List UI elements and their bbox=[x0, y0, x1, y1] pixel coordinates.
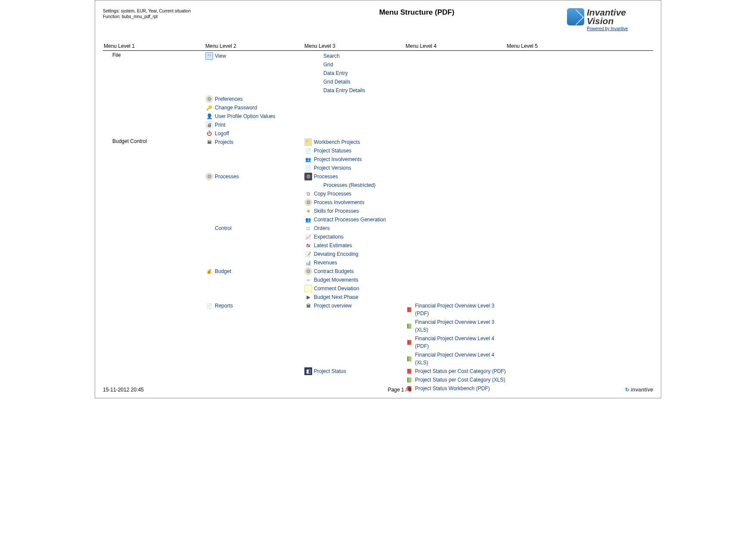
xls-icon bbox=[406, 355, 413, 363]
scale-icon bbox=[304, 224, 312, 232]
menu-item[interactable]: Processes bbox=[205, 173, 304, 180]
menu-item[interactable]: Orders bbox=[304, 224, 406, 232]
copy-icon bbox=[304, 190, 312, 198]
menu-item[interactable]: Contract Processes Generation bbox=[304, 216, 406, 224]
menu-item[interactable]: Change Password bbox=[205, 104, 304, 112]
menu-label: View bbox=[215, 52, 226, 60]
menu-item[interactable]: Financial Project Overview Level 3 (PDF) bbox=[406, 302, 507, 317]
menu-label: Budget Next Phase bbox=[314, 293, 358, 301]
doc-icon bbox=[304, 147, 312, 155]
menu-item[interactable]: Project Status per Cost Category (PDF) bbox=[406, 367, 507, 375]
menu-item[interactable]: Project Involvements bbox=[304, 155, 406, 163]
menu-item[interactable]: Financial Project Overview Level 3 (XLS) bbox=[406, 318, 507, 334]
col-header-4: Menu Level 4 bbox=[406, 43, 507, 49]
menu-label: Budget Movements bbox=[314, 276, 358, 284]
menu-item[interactable]: Print bbox=[205, 121, 304, 129]
people-icon bbox=[304, 216, 312, 224]
menu-label: Grid bbox=[323, 61, 333, 68]
menu-label: Copy Processes bbox=[314, 190, 351, 198]
menu-item[interactable]: Processes (Restricted) bbox=[304, 181, 406, 189]
menu-label: Control bbox=[215, 224, 232, 232]
menu-item[interactable]: Projects bbox=[205, 138, 304, 146]
menu-label: Grid Details bbox=[323, 78, 350, 86]
menu-item[interactable]: Comment Deviation bbox=[304, 285, 406, 292]
menu-item[interactable]: User Profile Option Values bbox=[205, 112, 304, 120]
skill-icon bbox=[304, 207, 312, 215]
menu-label: Comment Deviation bbox=[314, 285, 359, 292]
menu-item[interactable]: Contract Budgets bbox=[304, 267, 406, 275]
level1-label: Budget Control bbox=[104, 138, 147, 144]
menu-item[interactable]: Preferences bbox=[205, 95, 304, 103]
menu-item[interactable]: Copy Processes bbox=[304, 190, 406, 198]
menu-label: Print bbox=[215, 121, 226, 129]
footer: 15-11-2012 20:45 Page 1 / 9 invantive bbox=[103, 387, 653, 393]
menu-label: Preferences bbox=[215, 95, 243, 103]
logoff-icon bbox=[205, 130, 213, 137]
powered-by-link[interactable]: Powered by Invantive bbox=[587, 26, 628, 31]
note-icon bbox=[304, 250, 312, 258]
menu-item[interactable]: Process Involvements bbox=[304, 199, 406, 206]
menu-label: User Profile Option Values bbox=[215, 112, 276, 120]
menu-item[interactable]: View bbox=[205, 52, 304, 60]
menu-item[interactable]: Project Versions bbox=[304, 164, 406, 172]
menu-label: Processes bbox=[314, 173, 338, 180]
footer-page: Page 1 / 9 bbox=[232, 387, 567, 393]
pdf-icon bbox=[406, 306, 413, 314]
printer-icon bbox=[205, 121, 213, 129]
menu-label: Contract Processes Generation bbox=[314, 216, 386, 224]
menu-label: Processes bbox=[215, 173, 239, 180]
menu-item[interactable]: Data Entry Details bbox=[304, 87, 406, 94]
gear-icon bbox=[304, 199, 312, 206]
menu-item[interactable]: Project Statuses bbox=[304, 147, 406, 155]
comment-icon bbox=[304, 285, 312, 292]
people-icon bbox=[304, 155, 312, 163]
column-headers: Menu Level 1 Menu Level 2 Menu Level 3 M… bbox=[103, 43, 653, 51]
menu-item[interactable]: Expectations bbox=[304, 233, 406, 241]
move-icon bbox=[304, 276, 312, 284]
menu-item[interactable]: Skills for Processes bbox=[304, 207, 406, 215]
menu-item[interactable]: Budget Next Phase bbox=[304, 293, 406, 301]
menu-label: Revenues bbox=[314, 259, 337, 267]
menu-item[interactable]: Logoff bbox=[205, 130, 304, 137]
doc-icon bbox=[304, 164, 312, 172]
menu-label: Project Involvements bbox=[314, 155, 362, 163]
folder-icon bbox=[304, 138, 312, 146]
menu-label: Projects bbox=[215, 138, 233, 146]
gear-icon bbox=[304, 267, 312, 275]
menu-label: Budget bbox=[215, 267, 231, 275]
menu-item[interactable]: Control bbox=[205, 224, 304, 232]
menu-item[interactable]: Project Status per Cost Category (XLS) bbox=[406, 376, 507, 384]
menu-item[interactable]: Latest Estimates bbox=[304, 242, 406, 249]
monitor-icon bbox=[205, 52, 213, 60]
status-icon bbox=[304, 367, 312, 375]
menu-item[interactable]: Budget Movements bbox=[304, 276, 406, 284]
xls-icon bbox=[406, 376, 413, 384]
menu-item[interactable]: Project Status bbox=[304, 367, 406, 375]
menu-item[interactable]: Project overview bbox=[304, 302, 406, 310]
pdf-icon bbox=[406, 367, 413, 375]
logo-icon bbox=[567, 8, 584, 25]
menu-label: Project Status per Cost Category (XLS) bbox=[415, 376, 505, 384]
menu-item[interactable]: Search bbox=[304, 52, 406, 60]
over-icon bbox=[304, 302, 312, 310]
menu-label: Change Password bbox=[215, 104, 257, 112]
over-icon bbox=[205, 138, 213, 146]
menu-item[interactable]: Grid bbox=[304, 61, 406, 68]
menu-item[interactable]: Deviating Encoding bbox=[304, 250, 406, 258]
phase-icon bbox=[304, 293, 312, 301]
menu-item[interactable]: Budget bbox=[205, 267, 304, 275]
logo-text-2: Vision bbox=[587, 17, 628, 25]
menu-item[interactable]: Financial Project Overview Level 4 (XLS) bbox=[406, 351, 507, 366]
menu-item[interactable]: Reports bbox=[205, 302, 304, 310]
menu-item[interactable]: Processes bbox=[304, 173, 406, 180]
cog-icon bbox=[304, 173, 312, 180]
menu-label: Contract Budgets bbox=[314, 267, 354, 275]
page-title: Menu Structure (PDF) bbox=[266, 8, 567, 17]
menu-item[interactable]: Financial Project Overview Level 4 (PDF) bbox=[406, 335, 507, 350]
menu-label: Search bbox=[323, 52, 340, 60]
menu-item[interactable]: Workbench Projects bbox=[304, 138, 406, 146]
menu-label: Data Entry bbox=[323, 69, 348, 77]
menu-item[interactable]: Revenues bbox=[304, 259, 406, 267]
menu-item[interactable]: Data Entry bbox=[304, 69, 406, 77]
menu-item[interactable]: Grid Details bbox=[304, 78, 406, 86]
